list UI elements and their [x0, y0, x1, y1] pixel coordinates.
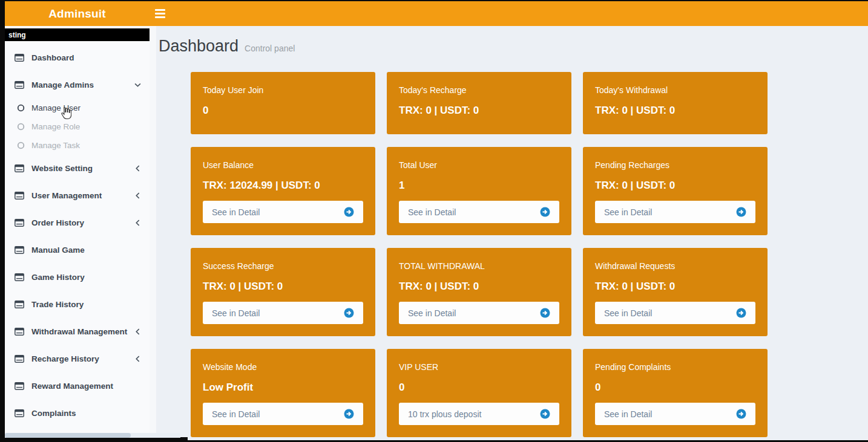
- see-in-detail-button[interactable]: See in Detail: [203, 201, 363, 223]
- arrow-circle-right-icon: [540, 308, 550, 318]
- sidebar-item-user-management[interactable]: User Management: [5, 182, 150, 209]
- sidebar-item-label: Withdrawal Management: [31, 327, 134, 336]
- card-icon: [15, 409, 25, 417]
- stat-card-grid: Today User Join 0 Today's Recharge TRX: …: [191, 72, 868, 437]
- card-icon: [15, 164, 25, 172]
- detail-button-label: See in Detail: [212, 409, 260, 419]
- arrow-circle-right-icon: [344, 409, 354, 419]
- sidebar-item-dashboard[interactable]: Dashboard: [5, 44, 150, 71]
- stat-card-today-s-recharge: Today's Recharge TRX: 0 | USDT: 0: [387, 72, 571, 134]
- sidebar-subitem-manage-role[interactable]: Manage Role: [5, 117, 150, 136]
- sidebar-item-trade-history[interactable]: Trade History: [5, 291, 150, 318]
- sidebar-item-label: Website Setting: [31, 164, 134, 173]
- card-icon: [15, 273, 25, 281]
- sidebar-menu: Dashboard Manage Admins Manage User Mana…: [5, 44, 150, 427]
- sidebar-item-complaints[interactable]: Complaints: [5, 400, 150, 427]
- hamburger-icon[interactable]: [155, 1, 176, 26]
- stat-card-title: Website Mode: [203, 362, 363, 372]
- see-in-detail-button[interactable]: See in Detail: [595, 201, 755, 223]
- see-in-detail-button[interactable]: See in Detail: [399, 201, 559, 223]
- page-subtitle: Control panel: [245, 44, 295, 53]
- card-icon: [15, 382, 25, 390]
- sidebar: sting Dashboard Manage Admins: [5, 26, 150, 433]
- sidebar-item-label: Dashboard: [31, 53, 141, 62]
- stat-card-title: User Balance: [203, 160, 363, 171]
- sidebar-item-label: Reward Management: [31, 382, 141, 391]
- sidebar-item-label: User Management: [31, 191, 134, 200]
- sidebar-subitem-label: Manage Task: [31, 141, 80, 150]
- stat-card-value: 0: [595, 382, 755, 394]
- chevron-icon: [134, 328, 141, 335]
- stat-card-value: 0: [399, 382, 559, 394]
- stat-card-pending-complaints: Pending Complaints 0 See in Detail: [583, 349, 768, 437]
- stat-card-value: 0: [203, 105, 363, 117]
- sidebar-item-label: Manual Game: [31, 245, 141, 255]
- sidebar-item-order-history[interactable]: Order History: [5, 209, 150, 236]
- detail-button-label: See in Detail: [408, 308, 456, 318]
- stat-card-success-recharge: Success Recharge TRX: 0 | USDT: 0 See in…: [191, 248, 375, 336]
- card-icon: [15, 219, 25, 227]
- chevron-icon: [134, 219, 141, 226]
- chevron-icon: [134, 165, 141, 172]
- sidebar-subitem-label: Manage Role: [31, 122, 80, 131]
- left-border: [0, 0, 5, 442]
- see-in-detail-button[interactable]: 10 trx plous deposit: [399, 403, 559, 425]
- stat-card-title: Success Recharge: [203, 261, 363, 271]
- stat-card-value: Low Profit: [203, 382, 363, 394]
- sidebar-subitem-manage-task[interactable]: Manage Task: [5, 136, 150, 155]
- stat-card-title: Today's Withdrawal: [595, 85, 755, 96]
- main-content: Dashboard Control panel Today User Join …: [150, 26, 868, 440]
- stat-card-value: 1: [399, 180, 559, 192]
- stat-card-value: TRX: 0 | USDT: 0: [399, 281, 559, 293]
- sidebar-item-withdrawal-management[interactable]: Withdrawal Management: [5, 318, 150, 345]
- stat-card-today-user-join: Today User Join 0: [191, 72, 375, 134]
- arrow-circle-right-icon: [540, 207, 550, 217]
- sidebar-item-game-history[interactable]: Game History: [5, 264, 150, 291]
- sidebar-item-manage-admins[interactable]: Manage Admins: [5, 71, 150, 99]
- arrow-circle-right-icon: [736, 207, 746, 217]
- chevron-icon: [134, 82, 141, 88]
- stat-card-title: Pending Recharges: [595, 160, 755, 171]
- stat-card-title: TOTAL WITHDRAWAL: [399, 261, 559, 271]
- sidebar-subitem-manage-user[interactable]: Manage User: [5, 99, 150, 117]
- see-in-detail-button[interactable]: See in Detail: [203, 403, 363, 425]
- sidebar-item-label: Recharge History: [31, 354, 134, 363]
- stat-card-title: Today's Recharge: [399, 85, 559, 96]
- arrow-circle-right-icon: [344, 308, 354, 318]
- stat-card-value: TRX: 0 | USDT: 0: [595, 281, 755, 293]
- detail-button-label: See in Detail: [212, 308, 260, 318]
- sidebar-subitem-label: Manage User: [31, 103, 81, 112]
- stat-card-pending-recharges: Pending Recharges TRX: 0 | USDT: 0 See i…: [583, 147, 768, 235]
- sidebar-item-label: Complaints: [31, 409, 141, 418]
- stat-card-today-s-withdrawal: Today's Withdrawal TRX: 0 | USDT: 0: [583, 72, 768, 134]
- see-in-detail-button[interactable]: See in Detail: [399, 302, 559, 324]
- sidebar-item-manual-game[interactable]: Manual Game: [5, 236, 150, 264]
- arrow-circle-right-icon: [736, 308, 746, 318]
- sidebar-item-recharge-history[interactable]: Recharge History: [5, 345, 150, 372]
- stat-card-title: VIP USER: [399, 362, 559, 372]
- stat-card-title: Total User: [399, 160, 559, 171]
- stat-card-title: Today User Join: [203, 85, 363, 96]
- see-in-detail-button[interactable]: See in Detail: [595, 302, 755, 324]
- stat-card-value: TRX: 0 | USDT: 0: [203, 281, 363, 293]
- card-icon: [15, 192, 25, 200]
- stat-card-total-user: Total User 1 See in Detail: [387, 147, 571, 235]
- sidebar-item-label: Manage Admins: [31, 80, 134, 89]
- see-in-detail-button[interactable]: See in Detail: [595, 403, 755, 425]
- see-in-detail-button[interactable]: See in Detail: [203, 302, 363, 324]
- stat-card-withdrawal-requests: Withdrawal Requests TRX: 0 | USDT: 0 See…: [583, 248, 768, 336]
- horizontal-scrollbar-thumb[interactable]: [5, 433, 131, 438]
- detail-button-label: See in Detail: [604, 308, 652, 318]
- circle-icon: [17, 123, 26, 131]
- sidebar-vertical-scrollbar[interactable]: [150, 26, 156, 437]
- sidebar-item-website-setting[interactable]: Website Setting: [5, 155, 150, 182]
- content-header: Dashboard Control panel: [150, 26, 868, 56]
- brand-logo[interactable]: Adminsuit: [5, 1, 150, 26]
- card-icon: [15, 328, 25, 336]
- detail-button-label: See in Detail: [408, 207, 456, 217]
- stat-card-vip-user: VIP USER 0 10 trx plous deposit: [387, 349, 571, 437]
- stat-card-website-mode: Website Mode Low Profit See in Detail: [191, 349, 375, 437]
- stat-card-value: TRX: 0 | USDT: 0: [595, 105, 755, 117]
- sidebar-item-reward-management[interactable]: Reward Management: [5, 372, 150, 400]
- arrow-circle-right-icon: [736, 409, 746, 419]
